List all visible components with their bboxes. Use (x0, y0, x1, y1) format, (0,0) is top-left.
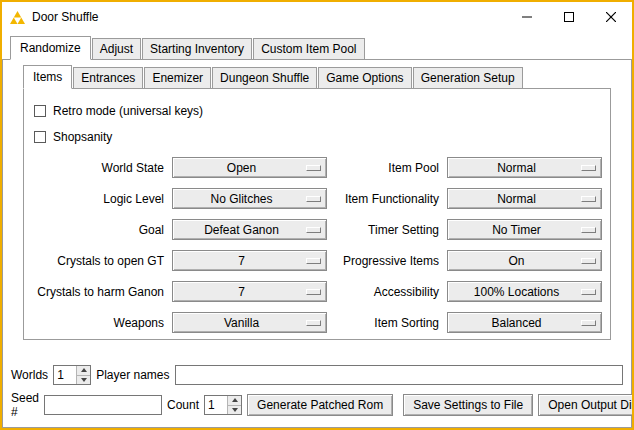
item-functionality-value: Normal (497, 192, 536, 206)
seed-input[interactable] (44, 395, 162, 415)
items-panel: Retro mode (universal keys) Shopsanity W… (23, 88, 611, 340)
dropdown-indicator-icon (306, 165, 321, 171)
worlds-row: Worlds Player names (11, 365, 623, 385)
tab-dungeon-shuffle[interactable]: Dungeon Shuffle (212, 67, 317, 88)
crystals-gt-label: Crystals to open GT (32, 254, 164, 268)
weapons-value: Vanilla (224, 316, 259, 330)
window-title: Door Shuffle (32, 10, 99, 24)
timer-setting-label: Timer Setting (335, 223, 439, 237)
generate-patched-rom-button[interactable]: Generate Patched Rom (247, 394, 393, 416)
spin-down-icon (81, 378, 87, 382)
item-pool-label: Item Pool (335, 161, 439, 175)
item-functionality-dropdown[interactable]: Normal (447, 188, 602, 209)
open-output-directory-button[interactable]: Open Output Directory (538, 394, 634, 416)
dropdown-indicator-icon (306, 227, 321, 233)
save-settings-button[interactable]: Save Settings to File (403, 394, 533, 416)
minimize-button[interactable] (506, 2, 548, 32)
accessibility-label: Accessibility (335, 285, 439, 299)
item-pool-dropdown[interactable]: Normal (447, 157, 602, 178)
crystals-ganon-label: Crystals to harm Ganon (32, 285, 164, 299)
seed-label: Seed # (11, 391, 39, 419)
dropdown-indicator-icon (306, 258, 321, 264)
goal-dropdown[interactable]: Defeat Ganon (172, 219, 327, 240)
crystals-gt-value: 7 (238, 254, 245, 268)
window-controls (506, 2, 632, 32)
item-sorting-dropdown[interactable]: Balanced (447, 312, 602, 333)
timer-setting-value: No Timer (492, 223, 541, 237)
dropdown-indicator-icon (306, 320, 321, 326)
weapons-dropdown[interactable]: Vanilla (172, 312, 327, 333)
seed-row: Seed # Count Generate Patched Rom Save S… (11, 391, 623, 419)
tab-game-options[interactable]: Game Options (318, 67, 411, 88)
retro-mode-checkbox[interactable] (34, 105, 46, 117)
crystals-gt-dropdown[interactable]: 7 (172, 250, 327, 271)
crystals-ganon-dropdown[interactable]: 7 (172, 281, 327, 302)
shopsanity-label: Shopsanity (53, 130, 112, 144)
player-names-input[interactable] (175, 365, 624, 385)
tab-starting-inventory[interactable]: Starting Inventory (142, 38, 252, 59)
inner-tabbar: Items Entrances Enemizer Dungeon Shuffle… (23, 65, 611, 88)
world-state-dropdown[interactable]: Open (172, 157, 327, 178)
dropdown-indicator-icon (581, 227, 596, 233)
world-state-label: World State (32, 161, 164, 175)
titlebar[interactable]: Door Shuffle (2, 2, 632, 32)
shopsanity-row: Shopsanity (34, 127, 602, 147)
weapons-label: Weapons (32, 316, 164, 330)
dropdown-indicator-icon (581, 196, 596, 202)
count-spinner (204, 395, 242, 415)
tab-enemizer[interactable]: Enemizer (144, 67, 211, 88)
tab-items[interactable]: Items (23, 65, 72, 89)
goal-label: Goal (32, 223, 164, 237)
bottom-controls: Worlds Player names Seed # Count (3, 359, 631, 427)
dropdown-indicator-icon (581, 258, 596, 264)
progressive-items-value: On (508, 254, 524, 268)
settings-grid: World State Open Item Pool Normal Logic … (32, 157, 602, 333)
tab-randomize[interactable]: Randomize (10, 36, 91, 60)
tab-entrances[interactable]: Entrances (73, 67, 143, 88)
minimize-icon (522, 12, 532, 22)
count-spin-arrows (227, 396, 241, 414)
world-state-value: Open (227, 161, 256, 175)
spin-down-icon (232, 408, 238, 412)
timer-setting-dropdown[interactable]: No Timer (447, 219, 602, 240)
maximize-icon (564, 12, 574, 22)
count-input[interactable] (205, 396, 227, 414)
dropdown-indicator-icon (581, 320, 596, 326)
worlds-input[interactable] (54, 366, 76, 384)
tab-adjust[interactable]: Adjust (92, 38, 141, 59)
worlds-spinner (53, 365, 91, 385)
tab-generation-setup[interactable]: Generation Setup (413, 67, 523, 88)
retro-mode-label: Retro mode (universal keys) (53, 104, 203, 118)
accessibility-dropdown[interactable]: 100% Locations (447, 281, 602, 302)
tab-custom-item-pool[interactable]: Custom Item Pool (253, 38, 364, 59)
outer-tabbar: Randomize Adjust Starting Inventory Cust… (2, 32, 632, 59)
spin-down-button[interactable] (227, 405, 241, 415)
shopsanity-checkbox[interactable] (34, 131, 46, 143)
item-sorting-value: Balanced (491, 316, 541, 330)
inner-notebook: Items Entrances Enemizer Dungeon Shuffle… (23, 65, 611, 340)
randomize-panel: Items Entrances Enemizer Dungeon Shuffle… (2, 59, 632, 428)
close-icon (606, 12, 616, 22)
maximize-button[interactable] (548, 2, 590, 32)
player-names-label: Player names (96, 368, 169, 382)
dropdown-indicator-icon (306, 196, 321, 202)
logic-level-value: No Glitches (210, 192, 272, 206)
dropdown-indicator-icon (306, 289, 321, 295)
logic-level-label: Logic Level (32, 192, 164, 206)
count-label: Count (167, 398, 199, 412)
logic-level-dropdown[interactable]: No Glitches (172, 188, 327, 209)
spin-down-button[interactable] (76, 375, 90, 385)
spin-up-icon (232, 398, 238, 402)
spin-up-button[interactable] (76, 366, 90, 375)
item-functionality-label: Item Functionality (335, 192, 439, 206)
app-icon (10, 10, 26, 24)
close-button[interactable] (590, 2, 632, 32)
goal-value: Defeat Ganon (204, 223, 279, 237)
worlds-label: Worlds (11, 368, 48, 382)
spin-up-button[interactable] (227, 396, 241, 405)
app-window: Door Shuffle Randomize Adjust Starting I… (0, 0, 634, 430)
progressive-items-dropdown[interactable]: On (447, 250, 602, 271)
retro-mode-row: Retro mode (universal keys) (34, 101, 602, 121)
worlds-spin-arrows (76, 366, 90, 384)
item-sorting-label: Item Sorting (335, 316, 439, 330)
